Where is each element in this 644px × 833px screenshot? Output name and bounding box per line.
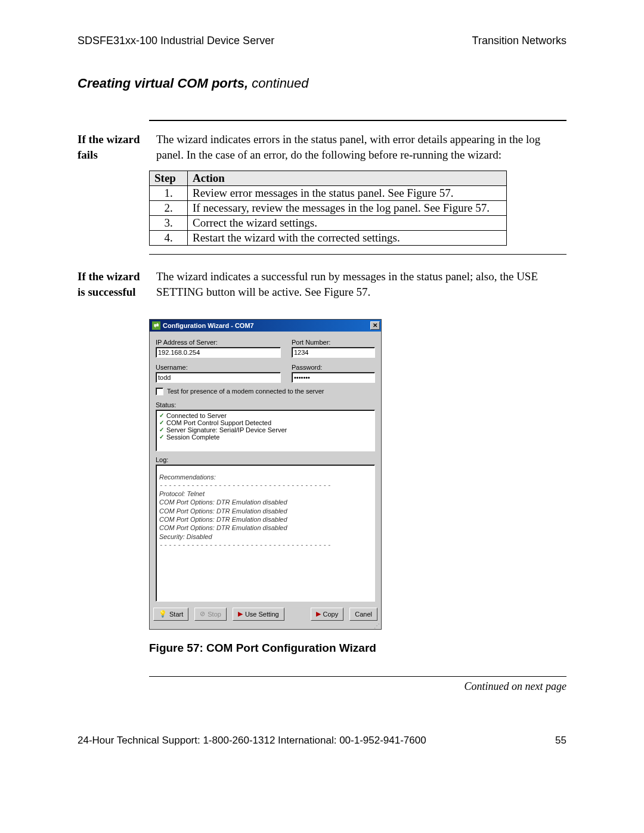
block-text: The wizard indicates a successful run by… [156, 269, 566, 299]
status-panel: ✓Connected to Server ✓COM Port Control S… [156, 410, 375, 451]
btn-label: Stop [208, 611, 221, 618]
log-line: COM Port Options: DTR Emulation disabled [159, 515, 371, 524]
status-line: Connected to Server [166, 412, 227, 419]
log-line: COM Port Options: DTR Emulation disabled [159, 498, 371, 506]
log-divider: -------------------------------------- [159, 481, 371, 490]
th-action: Action [188, 171, 507, 186]
status-label: Status: [156, 401, 375, 408]
block-label: If the wizard is successful [78, 269, 149, 299]
status-line: Server Signature: Serial/IP Device Serve… [166, 426, 287, 433]
modem-test-checkbox[interactable] [156, 388, 163, 395]
log-line: COM Port Options: DTR Emulation disabled [159, 507, 371, 515]
ip-address-input[interactable] [156, 347, 281, 358]
button-bar: 💡Start ⊘Stop ▶Use Setting ▶Copy Canel [150, 604, 381, 624]
copy-button[interactable]: ▶Copy [311, 608, 344, 621]
section-title-bold: Creating virtual COM ports, [78, 76, 248, 91]
log-line: COM Port Options: DTR Emulation disabled [159, 524, 371, 532]
divider [149, 120, 566, 121]
log-line: Security: Disabled [159, 532, 371, 541]
btn-label: Copy [323, 611, 339, 618]
footer-support: 24-Hour Technical Support: 1-800-260-131… [78, 735, 426, 747]
log-line: Protocol: Telnet [159, 490, 371, 498]
cancel-button[interactable]: Canel [349, 608, 377, 621]
port-label: Port Number: [292, 339, 375, 346]
window-title: Configuration Wizard - COM7 [163, 322, 254, 329]
figure-caption: Figure 57: COM Port Configuration Wizard [149, 642, 566, 655]
th-step: Step [150, 171, 188, 186]
section-title-rest: continued [248, 76, 309, 91]
table-row: 1. Review error messages in the status p… [150, 186, 507, 201]
divider [149, 676, 566, 677]
check-icon: ✓ [159, 412, 164, 419]
start-button[interactable]: 💡Start [153, 608, 188, 621]
configuration-wizard-dialog: ⇄ Configuration Wizard - COM7 ✕ IP Addre… [149, 319, 382, 630]
header-left: SDSFE31xx-100 Industrial Device Server [78, 35, 274, 47]
titlebar[interactable]: ⇄ Configuration Wizard - COM7 ✕ [150, 320, 381, 332]
status-line: Session Complete [166, 433, 219, 441]
password-input[interactable] [292, 372, 375, 383]
play-icon: ▶ [238, 610, 243, 618]
use-setting-button[interactable]: ▶Use Setting [233, 608, 284, 621]
header-right: Transition Networks [472, 35, 566, 47]
block-text: The wizard indicates errors in the statu… [156, 132, 566, 162]
username-input[interactable] [156, 372, 281, 383]
log-line: Recommendations: [159, 473, 371, 481]
page-header: SDSFE31xx-100 Industrial Device Server T… [78, 35, 566, 47]
divider [149, 254, 566, 255]
log-label: Log: [156, 456, 375, 463]
table-row: 3. Correct the wizard settings. [150, 216, 507, 231]
table-row: 2. If necessary, review the messages in … [150, 201, 507, 216]
port-number-input[interactable] [292, 347, 375, 358]
cell: Restart the wizard with the corrected se… [188, 231, 507, 246]
section-title: Creating virtual COM ports, continued [78, 76, 566, 91]
continued-text: Continued on next page [78, 680, 566, 693]
log-divider: -------------------------------------- [159, 541, 371, 549]
resize-grip-icon[interactable]: ⋰ [150, 624, 381, 629]
block-if-successful: If the wizard is successful The wizard i… [78, 269, 566, 299]
lightbulb-icon: 💡 [159, 610, 167, 618]
modem-test-label: Test for presence of a modem connected t… [167, 388, 324, 395]
btn-label: Start [169, 611, 183, 618]
btn-label: Use Setting [245, 611, 279, 618]
cell: 1. [150, 186, 188, 201]
btn-label: Canel [355, 611, 372, 618]
status-line: COM Port Control Support Detected [166, 419, 271, 426]
table-row: 4. Restart the wizard with the corrected… [150, 231, 507, 246]
check-icon: ✓ [159, 433, 164, 440]
stop-button: ⊘Stop [194, 608, 227, 621]
check-icon: ✓ [159, 426, 164, 433]
document-page: SDSFE31xx-100 Industrial Device Server T… [0, 0, 644, 782]
cell: If necessary, review the messages in the… [188, 201, 507, 216]
block-if-fails: If the wizard fails The wizard indicates… [78, 132, 566, 162]
step-table: Step Action 1. Review error messages in … [149, 171, 507, 246]
check-icon: ✓ [159, 419, 164, 426]
ip-label: IP Address of Server: [156, 339, 281, 346]
cell: 2. [150, 201, 188, 216]
log-panel: Recommendations: -----------------------… [156, 465, 375, 602]
username-label: Username: [156, 364, 281, 371]
app-icon: ⇄ [152, 321, 160, 330]
wizard-figure: ⇄ Configuration Wizard - COM7 ✕ IP Addre… [149, 319, 566, 630]
close-icon[interactable]: ✕ [370, 321, 380, 330]
stop-icon: ⊘ [200, 610, 205, 618]
password-label: Password: [292, 364, 375, 371]
copy-icon: ▶ [316, 610, 321, 618]
block-label: If the wizard fails [78, 132, 149, 162]
page-number: 55 [555, 735, 566, 747]
cell: 3. [150, 216, 188, 231]
cell: Review error messages in the status pane… [188, 186, 507, 201]
cell: 4. [150, 231, 188, 246]
cell: Correct the wizard settings. [188, 216, 507, 231]
page-footer: 24-Hour Technical Support: 1-800-260-131… [78, 735, 566, 747]
